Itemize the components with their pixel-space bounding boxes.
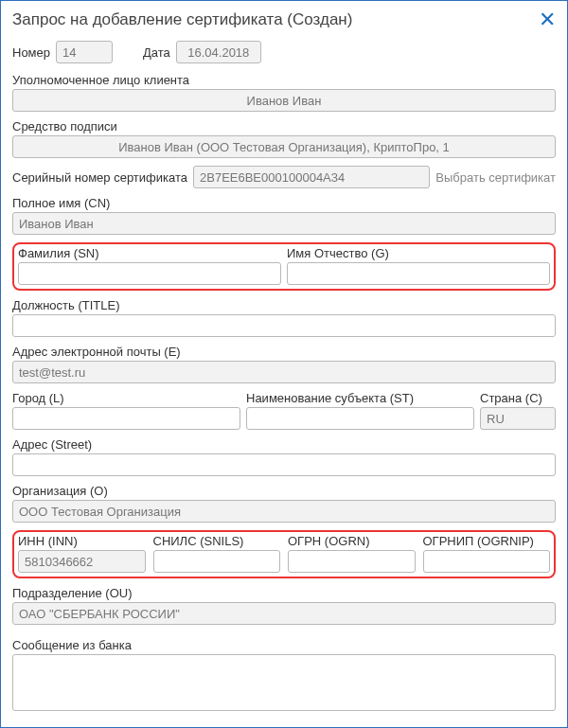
serial-row: Серийный номер сертификата Выбрать серти… <box>12 166 556 188</box>
titlebar: Запрос на добавление сертификата (Создан… <box>12 10 556 29</box>
title-label: Должность (TITLE) <box>12 298 556 312</box>
select-certificate-link[interactable]: Выбрать сертификат <box>435 170 556 185</box>
country-label: Страна (C) <box>480 391 556 405</box>
state-label: Наименование субъекта (ST) <box>246 391 474 405</box>
sn-field[interactable] <box>18 262 281 285</box>
title-block: Должность (TITLE) <box>12 298 556 337</box>
geo-block: Город (L) Наименование субъекта (ST) Стр… <box>12 391 556 430</box>
org-label: Организация (O) <box>12 484 556 498</box>
city-label: Город (L) <box>12 391 240 405</box>
bank-msg-label: Сообщение из банка <box>12 638 556 652</box>
codes-highlight: ИНН (INN) СНИЛС (SNILS) ОГРН (OGRN) ОГРН… <box>12 530 556 578</box>
client-rep-field[interactable] <box>12 89 556 112</box>
number-label: Номер <box>12 45 50 60</box>
city-field[interactable] <box>12 407 240 430</box>
inn-label: ИНН (INN) <box>18 534 146 548</box>
org-block: Организация (O) <box>12 484 556 523</box>
ou-label: Подразделение (OU) <box>12 586 556 600</box>
date-label: Дата <box>143 45 170 60</box>
street-label: Адрес (Street) <box>12 437 556 452</box>
number-field[interactable] <box>56 41 113 63</box>
street-block: Адрес (Street) <box>12 437 556 476</box>
inn-field[interactable] <box>18 550 146 573</box>
bank-msg-block: Сообщение из банка <box>12 638 556 714</box>
org-field[interactable] <box>12 500 556 523</box>
snils-label: СНИЛС (SNILS) <box>153 534 281 548</box>
ogrnip-field[interactable] <box>423 550 551 573</box>
ogrn-label: ОГРН (OGRN) <box>288 534 416 548</box>
email-block: Адрес электронной почты (E) <box>12 345 556 383</box>
sn-g-highlight: Фамилия (SN) Имя Отчество (G) <box>12 242 556 291</box>
cn-block: Полное имя (CN) <box>12 196 556 235</box>
bank-msg-field[interactable] <box>12 654 556 711</box>
sn-label: Фамилия (SN) <box>18 246 281 260</box>
email-field[interactable] <box>12 361 556 383</box>
cn-label: Полное имя (CN) <box>12 196 556 210</box>
sign-tool-field[interactable] <box>12 135 556 158</box>
cn-field[interactable] <box>12 212 556 235</box>
ou-field[interactable] <box>12 602 556 625</box>
date-field[interactable] <box>176 41 261 63</box>
certificate-request-dialog: Запрос на добавление сертификата (Создан… <box>0 0 568 728</box>
close-icon[interactable]: ✕ <box>539 11 556 28</box>
email-label: Адрес электронной почты (E) <box>12 345 556 359</box>
ou-block: Подразделение (OU) <box>12 586 556 625</box>
sign-tool-label: Средство подписи <box>12 119 556 133</box>
number-date-row: Номер Дата <box>12 41 556 63</box>
title-field[interactable] <box>12 314 556 337</box>
g-field[interactable] <box>287 262 550 285</box>
dialog-title: Запрос на добавление сертификата (Создан… <box>12 10 352 29</box>
snils-field[interactable] <box>153 550 281 573</box>
sign-tool-block: Средство подписи <box>12 119 556 158</box>
state-field[interactable] <box>246 407 474 430</box>
client-rep-label: Уполномоченное лицо клиента <box>12 73 556 87</box>
serial-label: Серийный номер сертификата <box>12 170 187 185</box>
country-field[interactable] <box>480 407 556 430</box>
ogrnip-label: ОГРНИП (OGRNIP) <box>423 534 551 548</box>
ogrn-field[interactable] <box>288 550 416 573</box>
street-field[interactable] <box>12 453 556 476</box>
g-label: Имя Отчество (G) <box>287 246 550 260</box>
serial-field[interactable] <box>193 166 430 188</box>
client-rep-block: Уполномоченное лицо клиента <box>12 73 556 112</box>
